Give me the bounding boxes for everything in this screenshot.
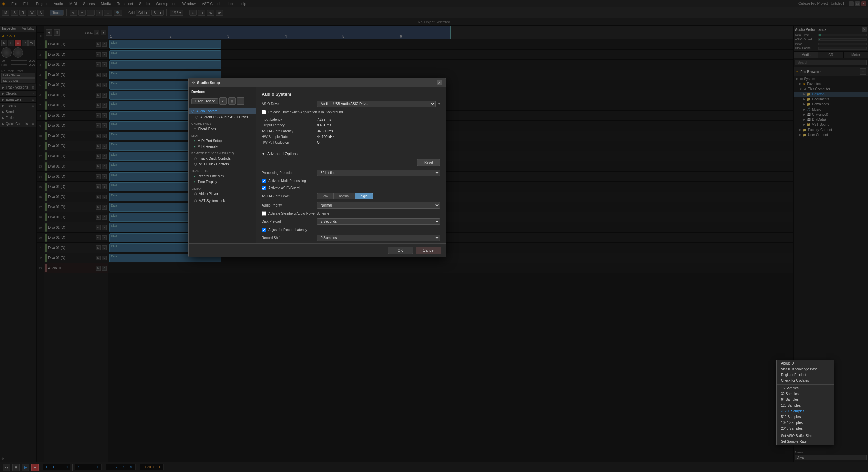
- ctx-64-samples[interactable]: 64 Samples: [777, 397, 834, 402]
- asio-guard-latency-label: ASIO-Guard Latency: [262, 129, 314, 133]
- ctx-register[interactable]: Register Product: [777, 372, 834, 378]
- disk-preload-label: Disk Preload: [262, 220, 314, 223]
- dialog-titlebar: ⚙ Studio Setup ✕: [189, 78, 446, 87]
- ctx-about[interactable]: About iD: [777, 360, 834, 366]
- ctx-sep2: [777, 432, 834, 432]
- device-audient-asio[interactable]: ⬡ Audient USB Audio ASIO Driver: [189, 114, 256, 120]
- device-track-quick-controls[interactable]: ⬡ Track Quick Controls: [189, 156, 256, 161]
- dialog-footer: OK Cancel: [189, 243, 446, 257]
- device-chord-pads[interactable]: ≡ Chord Pads: [189, 126, 256, 132]
- multi-processing-checkbox[interactable]: [262, 179, 266, 183]
- output-latency-label: Output Latency: [262, 123, 314, 127]
- ctx-256-samples[interactable]: ✓ 256 Samples: [777, 408, 834, 414]
- device-record-time-max[interactable]: ● Record Time Max: [189, 173, 256, 179]
- asio-guard-level-label: ASIO-Guard Level: [262, 194, 314, 198]
- ctx-2048-samples[interactable]: 2048 Samples: [777, 426, 834, 431]
- device-remove-btn[interactable]: −: [237, 97, 244, 105]
- device-category-remote: Remote Devices (Legacy): [189, 151, 256, 156]
- hw-sample-rate-label: HW Sample Rate: [262, 135, 314, 139]
- asio-driver-select[interactable]: Audient USB Audio ASIO Driv...: [317, 101, 436, 107]
- multi-processing-label: Activate Multi Processing: [268, 179, 306, 183]
- device-vst-quick-controls[interactable]: ⬡ VST Quick Controls: [189, 161, 256, 167]
- audio-priority-select[interactable]: Normal: [317, 202, 440, 209]
- device-category-chordpads: Chord Pads: [189, 121, 256, 126]
- ctx-128-samples[interactable]: 128 Samples: [777, 402, 834, 408]
- dialog-ok-btn[interactable]: OK: [388, 247, 413, 254]
- device-category-video: Video: [189, 186, 256, 191]
- dialog-title: Studio Setup: [197, 81, 220, 85]
- dialog-left-panel: Devices +Add Device ▾ ⊞ − ⬡ Audio S: [189, 87, 256, 243]
- device-list-btn[interactable]: ▾: [219, 97, 227, 105]
- device-grid-btn[interactable]: ⊞: [228, 97, 236, 105]
- add-device-btn[interactable]: +Add Device: [191, 98, 218, 104]
- hw-pull-label: HW Pull Up/Down: [262, 141, 314, 144]
- ctx-32-samples[interactable]: 32 Samples: [777, 391, 834, 397]
- record-shift-select[interactable]: 0 Samples: [317, 235, 440, 241]
- input-latency-label: Input Latency: [262, 118, 314, 121]
- ctx-set-asio-buffer[interactable]: Set ASIO Buffer Size: [777, 433, 834, 439]
- record-shift-label: Record Shift: [262, 236, 314, 240]
- asio-guard-latency-value: 34.830 ms: [317, 129, 333, 133]
- asio-guard-checkbox[interactable]: [262, 186, 266, 190]
- guard-low-btn[interactable]: low: [317, 193, 334, 199]
- advanced-reset-btn[interactable]: Reset: [417, 159, 440, 166]
- ctx-check-updates[interactable]: Check for Updates: [777, 378, 834, 383]
- dialog-right-panel: Audio System ASIO Driver Audient USB Aud…: [256, 87, 446, 243]
- processing-precision-label: Processing Precision: [262, 171, 314, 175]
- disk-preload-select[interactable]: 2 Seconds: [317, 218, 440, 225]
- release-driver-label: Release Driver when Application is in Ba…: [268, 110, 343, 114]
- audio-system-title: Audio System: [262, 92, 440, 97]
- adjust-record-latency-label: Adjust for Record Latency: [268, 228, 307, 232]
- dialog-cancel-btn[interactable]: Cancel: [416, 247, 441, 254]
- asio-driver-label: ASIO Driver: [262, 102, 314, 106]
- ctx-set-sample-rate[interactable]: Set Sample Rate: [777, 439, 834, 445]
- asio-guard-activate-label: Activate ASIO-Guard: [268, 186, 300, 190]
- device-video-player[interactable]: ⬡ Video Player: [189, 191, 256, 197]
- guard-level-buttons: low normal high: [317, 193, 373, 199]
- hw-pull-value: Off: [317, 141, 321, 144]
- power-scheme-label: Activate Steinberg Audio Power Scheme: [268, 212, 329, 215]
- processing-precision-select[interactable]: 32 bit float: [317, 170, 440, 176]
- ctx-16-samples[interactable]: 16 Samples: [777, 385, 834, 391]
- dialog-body: Devices +Add Device ▾ ⊞ − ⬡ Audio S: [189, 87, 446, 243]
- dialog-overlay: ⚙ Studio Setup ✕ Devices +Add Device ▾ ⊞: [0, 0, 868, 472]
- dialog-close-btn[interactable]: ✕: [437, 80, 442, 85]
- ctx-512-samples[interactable]: 512 Samples: [777, 414, 834, 420]
- advanced-options-toggle[interactable]: ▼ Advanced Options: [262, 152, 440, 156]
- power-scheme-checkbox[interactable]: [262, 211, 266, 216]
- input-latency-value: 7.279 ms: [317, 118, 331, 121]
- hw-sample-rate-value: 44.100 kHz: [317, 135, 334, 139]
- device-midi-remote[interactable]: ● MIDI Remote: [189, 144, 256, 150]
- ctx-sep1: [777, 384, 834, 385]
- device-category-transport: Transport: [189, 169, 256, 173]
- adjust-record-latency-checkbox[interactable]: [262, 228, 266, 232]
- ctx-1024-samples[interactable]: 1024 Samples: [777, 420, 834, 426]
- device-audio-system[interactable]: ⬡ Audio System: [189, 108, 256, 114]
- guard-normal-btn[interactable]: normal: [334, 193, 355, 199]
- device-time-display[interactable]: ● Time Display: [189, 179, 256, 185]
- ctx-knowledge-base[interactable]: Visit iD Knowledge Base: [777, 366, 834, 372]
- studio-setup-dialog: ⚙ Studio Setup ✕ Devices +Add Device ▾ ⊞: [188, 78, 446, 257]
- output-latency-value: 8.481 ms: [317, 123, 331, 127]
- release-driver-checkbox[interactable]: [262, 110, 266, 114]
- guard-high-btn[interactable]: high: [355, 193, 373, 199]
- device-vst-system-link[interactable]: ⬡ VST System Link: [189, 198, 256, 204]
- device-category-midi: MIDI: [189, 133, 256, 138]
- audio-priority-label: Audio Priority: [262, 203, 314, 207]
- device-midi-port-setup[interactable]: ● MIDI Port Setup: [189, 138, 256, 144]
- context-menu: About iD Visit iD Knowledge Base Registe…: [776, 360, 834, 445]
